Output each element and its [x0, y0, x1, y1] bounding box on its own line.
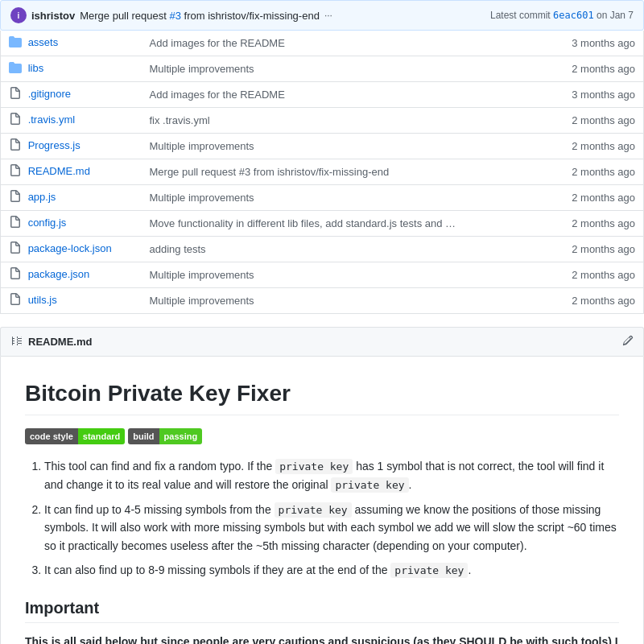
- file-name-cell: config.js: [1, 211, 142, 237]
- file-icon: [9, 87, 22, 102]
- badge-row: code stylestandardbuildpassing: [25, 428, 619, 444]
- commit-msg-cell: Multiple improvements: [142, 185, 555, 211]
- time-cell: 2 months ago: [555, 262, 644, 288]
- commit-msg-cell: Multiple improvements: [142, 56, 555, 82]
- table-row: README.md Merge pull request #3 from ish…: [1, 159, 644, 185]
- table-row: .travis.yml fix .travis.yml 2 months ago: [1, 108, 644, 134]
- commit-msg-cell: Multiple improvements: [142, 134, 555, 159]
- commit-msg-cell: Merge pull request #3 from ishristov/fix…: [142, 159, 555, 185]
- commit-message: Merge pull request #3 from ishristov/fix…: [80, 10, 320, 22]
- file-link[interactable]: app.js: [28, 191, 56, 203]
- badge: code stylestandard: [25, 428, 125, 444]
- important-bold-paragraph: This is all said below but since people …: [25, 633, 619, 644]
- file-icon: [9, 113, 22, 128]
- book-icon: [10, 334, 23, 349]
- inline-code: private key: [390, 563, 468, 578]
- table-row: utils.js Multiple improvements 2 months …: [1, 288, 644, 314]
- pr-link[interactable]: #3: [169, 10, 180, 22]
- file-name-cell: Progress.js: [1, 134, 142, 159]
- readme-content: Bitcoin Private Key Fixer code stylestan…: [0, 356, 644, 644]
- file-link[interactable]: config.js: [28, 217, 67, 229]
- table-row: Progress.js Multiple improvements 2 mont…: [1, 134, 644, 159]
- readme-header: README.md: [0, 327, 644, 356]
- commit-bar-left: i ishristov Merge pull request #3 from i…: [10, 7, 332, 23]
- commit-msg-cell: Add images for the README: [142, 31, 555, 56]
- badge-value: standard: [78, 428, 125, 444]
- readme-header-left: README.md: [10, 334, 92, 349]
- file-name-cell: assets: [1, 31, 142, 56]
- edit-icon[interactable]: [622, 335, 634, 349]
- time-cell: 2 months ago: [555, 211, 644, 237]
- readme-title: Bitcoin Private Key Fixer: [25, 381, 619, 415]
- file-name-cell: app.js: [1, 185, 142, 211]
- inline-code: private key: [331, 477, 408, 493]
- list-item: It can also find up to 8-9 missing symbo…: [44, 561, 619, 580]
- file-link[interactable]: utils.js: [28, 294, 57, 306]
- commit-msg-cell: fix .travis.yml: [142, 108, 555, 134]
- file-link[interactable]: package.json: [28, 268, 90, 280]
- readme-header-label: README.md: [28, 336, 92, 348]
- commit-bar-right: Latest commit 6eac601 on Jan 7: [490, 10, 634, 21]
- file-icon: [9, 164, 22, 180]
- commit-msg-cell: Multiple improvements: [142, 288, 555, 314]
- table-row: config.js Move functionality in differen…: [1, 211, 644, 237]
- table-row: app.js Multiple improvements 2 months ag…: [1, 185, 644, 211]
- file-icon: [9, 216, 22, 231]
- table-row: assets Add images for the README 3 month…: [1, 31, 644, 56]
- badge: buildpassing: [128, 428, 202, 444]
- commit-msg-cell: adding tests: [142, 237, 555, 262]
- list-item: This tool can find and fix a random typo…: [44, 457, 619, 494]
- time-cell: 2 months ago: [555, 56, 644, 82]
- time-cell: 3 months ago: [555, 31, 644, 56]
- file-name-cell: utils.js: [1, 288, 142, 314]
- avatar: i: [10, 7, 27, 23]
- file-link[interactable]: Progress.js: [28, 139, 80, 151]
- readme-list: This tool can find and fix a random typo…: [25, 457, 619, 580]
- file-icon: [9, 190, 22, 205]
- commit-author[interactable]: ishristov: [31, 10, 75, 22]
- inline-code: private key: [275, 502, 352, 518]
- time-cell: 2 months ago: [555, 159, 644, 185]
- table-row: libs Multiple improvements 2 months ago: [1, 56, 644, 82]
- badge-value: passing: [159, 428, 203, 444]
- file-link[interactable]: .travis.yml: [28, 114, 76, 126]
- table-row: package-lock.json adding tests 2 months …: [1, 237, 644, 262]
- table-row: .gitignore Add images for the README 3 m…: [1, 82, 644, 108]
- time-cell: 2 months ago: [555, 185, 644, 211]
- badge-label: build: [128, 428, 159, 444]
- file-table: assets Add images for the README 3 month…: [0, 31, 644, 314]
- file-name-cell: .travis.yml: [1, 108, 142, 134]
- file-name-cell: README.md: [1, 159, 142, 185]
- table-row: package.json Multiple improvements 2 mon…: [1, 262, 644, 288]
- time-cell: 2 months ago: [555, 134, 644, 159]
- folder-icon: [9, 61, 22, 76]
- file-name-cell: libs: [1, 56, 142, 82]
- file-name-cell: .gitignore: [1, 82, 142, 108]
- file-name-cell: package.json: [1, 262, 142, 288]
- time-cell: 2 months ago: [555, 237, 644, 262]
- file-link[interactable]: assets: [28, 36, 59, 48]
- inline-code: private key: [275, 459, 353, 474]
- important-heading: Important: [25, 599, 619, 623]
- list-item: It can find up to 4-5 missing symbols fr…: [44, 501, 619, 555]
- commit-msg-cell: Multiple improvements: [142, 262, 555, 288]
- commit-hash[interactable]: 6eac601: [553, 10, 594, 21]
- file-icon: [9, 293, 22, 308]
- commit-dots[interactable]: ···: [324, 10, 332, 21]
- file-icon: [9, 267, 22, 283]
- file-link[interactable]: .gitignore: [28, 88, 71, 100]
- file-link[interactable]: README.md: [28, 165, 90, 177]
- file-icon: [9, 242, 22, 257]
- file-link[interactable]: package-lock.json: [28, 242, 112, 254]
- file-name-cell: package-lock.json: [1, 237, 142, 262]
- commit-msg-cell: Move functionality in different lib file…: [142, 211, 555, 237]
- commit-msg-cell: Add images for the README: [142, 82, 555, 108]
- time-cell: 2 months ago: [555, 108, 644, 134]
- folder-icon: [9, 35, 22, 51]
- time-cell: 2 months ago: [555, 288, 644, 314]
- commit-bar: i ishristov Merge pull request #3 from i…: [0, 0, 644, 31]
- file-icon: [9, 138, 22, 154]
- time-cell: 3 months ago: [555, 82, 644, 108]
- file-link[interactable]: libs: [28, 62, 44, 74]
- badge-label: code style: [25, 428, 78, 444]
